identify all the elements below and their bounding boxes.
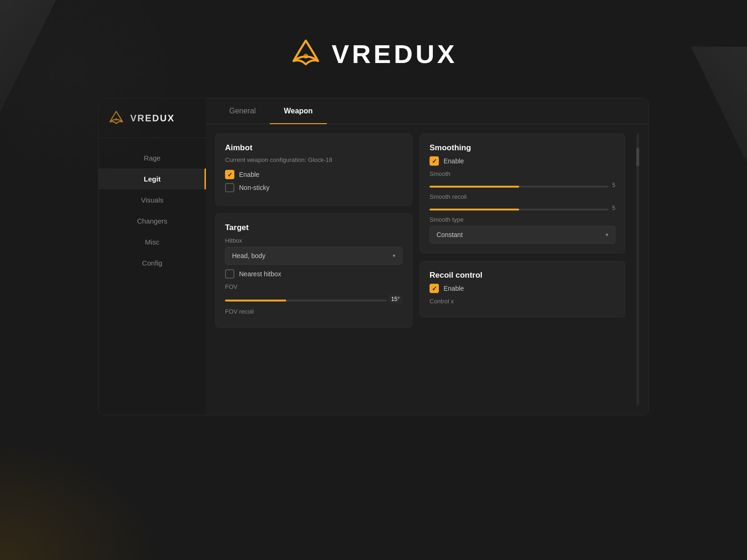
- fov-label: FOV: [225, 283, 402, 290]
- sidebar-item-config[interactable]: Config: [99, 252, 206, 273]
- control-x-label: Control x: [430, 298, 615, 305]
- smooth-type-value: Constant: [437, 231, 463, 238]
- sidebar-item-visuals[interactable]: Visuals: [99, 189, 206, 210]
- tab-general[interactable]: General: [215, 98, 270, 124]
- aimbot-enable-row[interactable]: Enable: [225, 170, 402, 179]
- smooth-track: [430, 186, 608, 188]
- smoothing-enable-label: Enable: [444, 157, 464, 165]
- sidebar-logo-icon: [108, 110, 125, 126]
- smooth-recoil-value: 5: [612, 205, 615, 211]
- sidebar-brand: VREDUX: [99, 98, 206, 138]
- smooth-recoil-track: [430, 209, 608, 210]
- main-content: General Weapon Aimbot Current weapon con…: [206, 98, 648, 415]
- left-column: Aimbot Current weapon configuration: Glo…: [215, 133, 412, 406]
- smooth-recoil-label: Smooth recoil: [430, 193, 615, 200]
- recoil-enable-checkbox[interactable]: [430, 284, 439, 293]
- aimbot-subtitle: Current weapon configuration: Glock-18: [225, 156, 402, 163]
- aimbot-card: Aimbot Current weapon configuration: Glo…: [215, 133, 412, 206]
- header-logo-text: VREDUX: [331, 39, 457, 69]
- sidebar-item-rage[interactable]: Rage: [99, 147, 206, 168]
- sidebar-brand-text: VREDUX: [130, 113, 175, 124]
- aimbot-nonsticky-row[interactable]: Non-sticky: [225, 183, 402, 192]
- target-card: Target Hitbox Head, body ▾ Nearest hitbo…: [215, 213, 412, 328]
- app-container: VREDUX Rage Legit Visuals Changers Misc …: [98, 98, 649, 415]
- sidebar-nav: Rage Legit Visuals Changers Misc Config: [99, 138, 206, 283]
- smooth-recoil-fill: [430, 209, 519, 210]
- svg-point-1: [115, 118, 117, 120]
- aimbot-title: Aimbot: [225, 143, 402, 153]
- hitbox-value: Head, body: [232, 252, 266, 259]
- fov-slider-row: 15°: [225, 295, 402, 303]
- smooth-value: 5: [612, 182, 615, 189]
- smooth-fill: [430, 186, 519, 188]
- scrollbar-thumb[interactable]: [636, 147, 639, 166]
- tabs-bar: General Weapon: [206, 98, 648, 124]
- fov-recoil-label: FOV recoil: [225, 308, 402, 315]
- fov-slider[interactable]: 15°: [225, 295, 402, 303]
- nearest-hitbox-row[interactable]: Nearest hitbox: [225, 269, 402, 279]
- smoothing-enable-checkbox[interactable]: [430, 156, 439, 166]
- tab-weapon[interactable]: Weapon: [270, 98, 327, 124]
- recoil-card: Recoil control Enable Control x: [420, 261, 625, 317]
- smoothing-card: Smoothing Enable Smooth 5: [420, 133, 625, 253]
- aimbot-enable-checkbox[interactable]: [225, 170, 234, 179]
- header: VREDUX: [0, 0, 747, 98]
- recoil-enable-label: Enable: [444, 285, 464, 292]
- aimbot-nonsticky-checkbox[interactable]: [225, 183, 234, 192]
- smooth-slider[interactable]: 5: [430, 182, 615, 189]
- smoothing-enable-row[interactable]: Enable: [430, 156, 615, 166]
- sidebar-item-legit[interactable]: Legit: [99, 168, 206, 189]
- fov-track: [225, 300, 387, 301]
- fov-fill: [225, 300, 286, 301]
- recoil-title: Recoil control: [430, 271, 615, 280]
- recoil-enable-row[interactable]: Enable: [430, 284, 615, 293]
- bg-gradient-bottomleft: [0, 420, 187, 560]
- aimbot-enable-label: Enable: [239, 171, 260, 178]
- sidebar-item-changers[interactable]: Changers: [99, 210, 206, 231]
- svg-point-0: [303, 54, 309, 59]
- smooth-recoil-slider-row: 5: [430, 205, 615, 211]
- smooth-type-arrow: ▾: [606, 231, 608, 238]
- smooth-recoil-slider[interactable]: 5: [430, 205, 615, 211]
- fov-value: 15°: [388, 295, 402, 303]
- nearest-hitbox-label: Nearest hitbox: [239, 270, 281, 278]
- target-title: Target: [225, 223, 402, 232]
- aimbot-nonsticky-label: Non-sticky: [239, 184, 269, 191]
- sidebar-item-misc[interactable]: Misc: [99, 231, 206, 252]
- smooth-type-dropdown[interactable]: Constant ▾: [430, 226, 615, 244]
- smooth-slider-row: 5: [430, 182, 615, 189]
- smooth-label: Smooth: [430, 170, 615, 177]
- header-logo-icon: [289, 37, 322, 70]
- right-column: Smoothing Enable Smooth 5: [420, 133, 625, 406]
- content-area: Aimbot Current weapon configuration: Glo…: [206, 124, 648, 415]
- nearest-hitbox-checkbox[interactable]: [225, 269, 234, 279]
- scrollbar[interactable]: [636, 133, 639, 406]
- smoothing-title: Smoothing: [430, 143, 615, 153]
- hitbox-dropdown[interactable]: Head, body ▾: [225, 247, 402, 265]
- hitbox-dropdown-arrow: ▾: [393, 252, 395, 259]
- hitbox-label: Hitbox: [225, 237, 402, 244]
- smooth-type-label: Smooth type: [430, 216, 615, 223]
- sidebar: VREDUX Rage Legit Visuals Changers Misc …: [99, 98, 206, 415]
